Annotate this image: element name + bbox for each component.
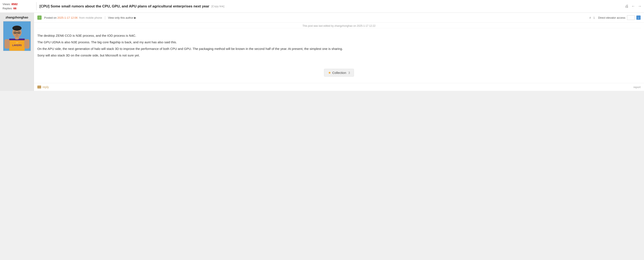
reply-label: reply [42, 85, 49, 89]
post-number: 1 [593, 16, 595, 19]
post-date: 2025-1-17 12:06 [57, 16, 78, 19]
svg-point-13 [16, 34, 18, 35]
collection-area: ★ Collection 3 [34, 62, 644, 81]
post-area: Posted on 2025-1-17 12:06 from mobile ph… [34, 13, 644, 91]
collection-label: Collection [332, 71, 346, 74]
username: zhangzhonghao [6, 16, 28, 19]
post-type-icon [37, 16, 42, 20]
elevator-label: Direct elevator access [598, 16, 625, 19]
copy-link-button[interactable]: [Copy link] [211, 5, 224, 8]
svg-rect-15 [24, 39, 30, 48]
report-link[interactable]: report [634, 86, 640, 89]
elevator-down-button[interactable]: ↓ [636, 16, 640, 20]
from-source: from mobile phone [79, 16, 102, 19]
back-icon[interactable]: ← [631, 4, 635, 8]
post-line-3: On the APU side, the next generation of … [37, 46, 640, 52]
collection-button[interactable]: ★ Collection 3 [324, 69, 354, 76]
forward-icon[interactable]: → [638, 4, 642, 8]
separator: | [104, 16, 106, 19]
avatar: LAKERS [3, 21, 31, 51]
view-author-button[interactable]: View only this author ▶ [108, 16, 136, 19]
page-title: [CPU] Some small rumors about the CPU, G… [40, 4, 209, 8]
print-icon[interactable]: 🖨 [625, 4, 629, 8]
main-content: zhangzhonghao LAKERS [0, 13, 644, 91]
header-actions: 🖨 ← → [625, 4, 642, 8]
post-body: The desktop ZEN6 CCD is N3E process, and… [34, 28, 644, 62]
edit-notice: This post was last edited by zhangzhongh… [37, 23, 640, 28]
svg-text:24: 24 [16, 42, 18, 44]
svg-rect-14 [4, 39, 10, 48]
avatar-svg: LAKERS [4, 21, 30, 51]
header-bar: Views: 8582 Replies: 66 [CPU] Some small… [0, 0, 644, 13]
posted-label: Posted on 2025-1-17 12:06 [44, 16, 78, 19]
replies-label: Replies: [2, 6, 12, 10]
sidebar: zhangzhonghao LAKERS [0, 13, 34, 91]
views-label: Views: [2, 2, 10, 6]
collection-count: 3 [348, 71, 350, 74]
elevator-input[interactable] [627, 15, 635, 20]
svg-point-11 [15, 32, 16, 33]
svg-point-7 [12, 26, 22, 31]
reply-icon [37, 86, 41, 88]
post-line-1: The desktop ZEN6 CCD is N3E process, and… [37, 33, 640, 38]
post-line-2: The GPU UDNA is also N3E process. The bi… [37, 39, 640, 45]
views-count: 8582 [12, 2, 18, 6]
replies-count: 66 [13, 6, 16, 10]
post-line-4: Sony will also stack 3D on the console s… [37, 52, 640, 58]
views-replies-section: Views: 8582 Replies: 66 [2, 2, 36, 10]
post-number-hash: # 1 [590, 16, 595, 19]
post-footer: reply report [34, 83, 644, 91]
svg-text:LAKERS: LAKERS [12, 44, 22, 46]
reply-button[interactable]: reply [37, 85, 49, 89]
view-author-arrow: ▶ [134, 16, 136, 19]
star-icon: ★ [328, 71, 331, 75]
title-area: [CPU] Some small rumors about the CPU, G… [40, 4, 621, 8]
svg-point-12 [18, 32, 19, 33]
post-meta-bar: Posted on 2025-1-17 12:06 from mobile ph… [34, 13, 644, 23]
